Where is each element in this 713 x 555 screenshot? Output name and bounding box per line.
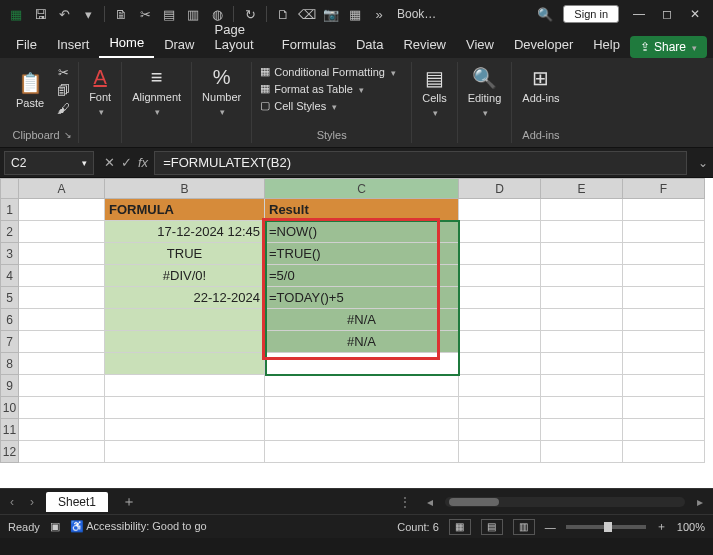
col-header-a[interactable]: A <box>19 179 105 199</box>
qat-more-icon[interactable]: » <box>369 4 389 24</box>
editing-button[interactable]: 🔍Editing <box>464 64 506 120</box>
format-painter-icon[interactable]: 🖌 <box>54 100 72 116</box>
col-header-b[interactable]: B <box>105 179 265 199</box>
addins-button[interactable]: ⊞Add-ins <box>518 64 563 106</box>
sheet-menu-icon[interactable]: ⋮ <box>395 495 415 509</box>
row-header[interactable]: 4 <box>1 265 19 287</box>
minimize-icon[interactable]: — <box>625 0 653 28</box>
maximize-icon[interactable]: ◻ <box>653 0 681 28</box>
close-icon[interactable]: ✕ <box>681 0 709 28</box>
row-header[interactable]: 10 <box>1 397 19 419</box>
cut-small-icon[interactable]: ✂ <box>54 64 72 80</box>
cell-b8[interactable] <box>105 353 265 375</box>
scroll-thumb[interactable] <box>449 498 499 506</box>
number-button[interactable]: %Number <box>198 64 245 119</box>
paste-button[interactable]: 📋Paste <box>12 69 48 111</box>
horizontal-scrollbar[interactable] <box>445 497 685 507</box>
tab-formulas[interactable]: Formulas <box>272 31 346 58</box>
row-header[interactable]: 12 <box>1 441 19 463</box>
tab-review[interactable]: Review <box>393 31 456 58</box>
tab-data[interactable]: Data <box>346 31 393 58</box>
qat-icon-2[interactable]: ▤ <box>159 4 179 24</box>
undo-icon[interactable]: ↶ <box>54 4 74 24</box>
tab-page-layout[interactable]: Page Layout <box>205 16 272 58</box>
row-header[interactable]: 5 <box>1 287 19 309</box>
page-layout-view-icon[interactable]: ▤ <box>481 519 503 535</box>
tab-insert[interactable]: Insert <box>47 31 100 58</box>
cell-b5[interactable]: 22-12-2024 <box>105 287 265 309</box>
row-header[interactable]: 2 <box>1 221 19 243</box>
qat-icon-7[interactable]: ⌫ <box>297 4 317 24</box>
cell-b3[interactable]: TRUE <box>105 243 265 265</box>
expand-formula-icon[interactable]: ⌄ <box>693 156 713 170</box>
cell-c5[interactable]: =TODAY()+5 <box>265 287 459 309</box>
zoom-slider[interactable] <box>566 525 646 529</box>
row-header[interactable]: 9 <box>1 375 19 397</box>
fx-icon[interactable]: fx <box>138 155 148 170</box>
scroll-right-icon[interactable]: ▸ <box>693 495 707 509</box>
cancel-formula-icon[interactable]: ✕ <box>104 155 115 170</box>
cell-c2[interactable]: =NOW() <box>265 221 459 243</box>
alignment-button[interactable]: ≡Alignment <box>128 64 185 119</box>
cells-button[interactable]: ▤Cells <box>418 64 450 120</box>
conditional-formatting-button[interactable]: ▦Conditional Formatting <box>258 64 398 79</box>
cell-b6[interactable] <box>105 309 265 331</box>
search-icon[interactable]: 🔍 <box>535 4 555 24</box>
col-header-c[interactable]: C <box>265 179 459 199</box>
save-icon[interactable]: 🖫 <box>30 4 50 24</box>
zoom-out-icon[interactable]: — <box>545 521 556 533</box>
cell-b7[interactable] <box>105 331 265 353</box>
cell-c4[interactable]: =5/0 <box>265 265 459 287</box>
cell-b4[interactable]: #DIV/0! <box>105 265 265 287</box>
zoom-in-icon[interactable]: ＋ <box>656 519 667 534</box>
cell-c7[interactable]: #N/A <box>265 331 459 353</box>
row-header[interactable]: 3 <box>1 243 19 265</box>
col-header-f[interactable]: F <box>623 179 705 199</box>
sheet-nav-next-icon[interactable]: › <box>26 495 38 509</box>
row-header[interactable]: 6 <box>1 309 19 331</box>
select-all-corner[interactable] <box>1 179 19 199</box>
cell-c3[interactable]: =TRUE() <box>265 243 459 265</box>
col-header-d[interactable]: D <box>459 179 541 199</box>
share-button[interactable]: ⇪Share <box>630 36 707 58</box>
font-button[interactable]: AFont <box>85 64 115 119</box>
col-header-e[interactable]: E <box>541 179 623 199</box>
qat-icon-1[interactable]: 🗎 <box>111 4 131 24</box>
worksheet-grid[interactable]: A B C D E F 1FORMULAResult 217-12-2024 1… <box>0 178 713 488</box>
tab-home[interactable]: Home <box>99 29 154 58</box>
qat-icon-8[interactable]: ▦ <box>345 4 365 24</box>
copy-icon[interactable]: 🗐 <box>54 82 72 98</box>
dialog-launcher-icon[interactable]: ↘ <box>64 130 72 140</box>
sheet-tab[interactable]: Sheet1 <box>46 492 108 512</box>
scroll-left-icon[interactable]: ◂ <box>423 495 437 509</box>
page-break-view-icon[interactable]: ▥ <box>513 519 535 535</box>
cell-b2[interactable]: 17-12-2024 12:45 <box>105 221 265 243</box>
tab-file[interactable]: File <box>6 31 47 58</box>
cell-c1[interactable]: Result <box>265 199 459 221</box>
cell-styles-button[interactable]: ▢Cell Styles <box>258 98 398 113</box>
tab-view[interactable]: View <box>456 31 504 58</box>
qat-icon-6[interactable]: 🗋 <box>273 4 293 24</box>
tab-help[interactable]: Help <box>583 31 630 58</box>
qat-icon-3[interactable]: ▥ <box>183 4 203 24</box>
sheet-nav-prev-icon[interactable]: ‹ <box>6 495 18 509</box>
row-header[interactable]: 11 <box>1 419 19 441</box>
redo-icon[interactable]: ▾ <box>78 4 98 24</box>
cell-c6[interactable]: #N/A <box>265 309 459 331</box>
sign-in-button[interactable]: Sign in <box>563 5 619 23</box>
cut-icon[interactable]: ✂ <box>135 4 155 24</box>
row-header[interactable]: 8 <box>1 353 19 375</box>
normal-view-icon[interactable]: ▦ <box>449 519 471 535</box>
row-header[interactable]: 1 <box>1 199 19 221</box>
macro-icon[interactable]: ▣ <box>50 520 60 533</box>
tab-draw[interactable]: Draw <box>154 31 204 58</box>
format-as-table-button[interactable]: ▦Format as Table <box>258 81 398 96</box>
camera-icon[interactable]: 📷 <box>321 4 341 24</box>
row-header[interactable]: 7 <box>1 331 19 353</box>
tab-developer[interactable]: Developer <box>504 31 583 58</box>
accessibility-status[interactable]: ♿ Accessibility: Good to go <box>70 520 207 533</box>
name-box[interactable]: C2▾ <box>4 151 94 175</box>
cell-c8[interactable] <box>265 353 459 375</box>
add-sheet-icon[interactable]: ＋ <box>116 493 142 511</box>
zoom-level[interactable]: 100% <box>677 521 705 533</box>
